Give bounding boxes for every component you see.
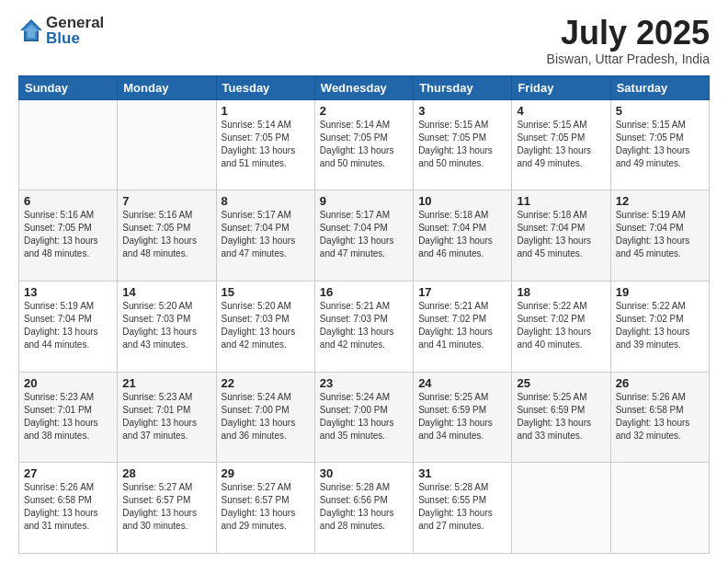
day-info: Sunrise: 5:25 AM Sunset: 6:59 PM Dayligh… (517, 391, 605, 442)
day-number: 20 (24, 376, 112, 390)
calendar-cell: 2Sunrise: 5:14 AM Sunset: 7:05 PM Daylig… (314, 99, 413, 190)
day-number: 10 (418, 194, 506, 208)
calendar-cell: 20Sunrise: 5:23 AM Sunset: 7:01 PM Dayli… (19, 372, 118, 463)
day-number: 30 (320, 466, 408, 480)
calendar-cell: 6Sunrise: 5:16 AM Sunset: 7:05 PM Daylig… (19, 190, 118, 282)
calendar-cell: 26Sunrise: 5:26 AM Sunset: 6:58 PM Dayli… (610, 372, 709, 463)
day-number: 23 (320, 376, 408, 390)
calendar-table: SundayMondayTuesdayWednesdayThursdayFrid… (18, 75, 710, 554)
day-info: Sunrise: 5:15 AM Sunset: 7:05 PM Dayligh… (616, 119, 704, 170)
day-number: 31 (418, 466, 506, 480)
calendar-cell: 10Sunrise: 5:18 AM Sunset: 7:04 PM Dayli… (414, 190, 512, 282)
calendar-cell: 19Sunrise: 5:22 AM Sunset: 7:02 PM Dayli… (610, 281, 709, 372)
day-number: 12 (616, 194, 704, 208)
day-number: 18 (517, 285, 605, 299)
day-info: Sunrise: 5:27 AM Sunset: 6:57 PM Dayligh… (222, 481, 310, 533)
day-number: 17 (418, 285, 506, 299)
calendar-cell: 14Sunrise: 5:20 AM Sunset: 7:03 PM Dayli… (118, 281, 216, 372)
day-info: Sunrise: 5:20 AM Sunset: 7:03 PM Dayligh… (222, 300, 310, 351)
calendar-cell: 24Sunrise: 5:25 AM Sunset: 6:59 PM Dayli… (414, 372, 512, 463)
day-info: Sunrise: 5:16 AM Sunset: 7:05 PM Dayligh… (24, 209, 112, 260)
day-info: Sunrise: 5:17 AM Sunset: 7:04 PM Dayligh… (320, 209, 408, 260)
day-info: Sunrise: 5:15 AM Sunset: 7:05 PM Dayligh… (517, 119, 605, 170)
day-number: 8 (222, 194, 310, 208)
day-info: Sunrise: 5:25 AM Sunset: 6:59 PM Dayligh… (418, 391, 506, 442)
col-header-sunday: Sunday (19, 75, 118, 99)
calendar-cell: 23Sunrise: 5:24 AM Sunset: 7:00 PM Dayli… (314, 372, 413, 463)
day-info: Sunrise: 5:27 AM Sunset: 6:57 PM Dayligh… (122, 481, 210, 533)
day-number: 2 (320, 104, 408, 118)
day-info: Sunrise: 5:19 AM Sunset: 7:04 PM Dayligh… (616, 209, 704, 260)
calendar-week-row: 1Sunrise: 5:14 AM Sunset: 7:05 PM Daylig… (19, 99, 710, 190)
day-info: Sunrise: 5:23 AM Sunset: 7:01 PM Dayligh… (122, 391, 210, 442)
day-info: Sunrise: 5:23 AM Sunset: 7:01 PM Dayligh… (24, 391, 112, 442)
calendar-cell: 13Sunrise: 5:19 AM Sunset: 7:04 PM Dayli… (19, 281, 118, 372)
day-number: 21 (122, 376, 210, 390)
col-header-friday: Friday (512, 75, 610, 99)
day-number: 22 (222, 376, 310, 390)
day-info: Sunrise: 5:22 AM Sunset: 7:02 PM Dayligh… (517, 300, 605, 351)
day-number: 13 (24, 285, 112, 299)
day-info: Sunrise: 5:20 AM Sunset: 7:03 PM Dayligh… (122, 300, 210, 351)
day-number: 16 (320, 285, 408, 299)
calendar-cell: 9Sunrise: 5:17 AM Sunset: 7:04 PM Daylig… (314, 190, 413, 282)
page: General Blue July 2025 Biswan, Uttar Pra… (0, 0, 728, 563)
calendar-cell: 21Sunrise: 5:23 AM Sunset: 7:01 PM Dayli… (118, 372, 216, 463)
calendar-cell: 17Sunrise: 5:21 AM Sunset: 7:02 PM Dayli… (414, 281, 512, 372)
calendar-cell: 11Sunrise: 5:18 AM Sunset: 7:04 PM Dayli… (512, 190, 610, 282)
col-header-thursday: Thursday (414, 75, 512, 99)
calendar-cell (512, 463, 610, 554)
day-info: Sunrise: 5:26 AM Sunset: 6:58 PM Dayligh… (616, 391, 704, 442)
day-number: 5 (616, 104, 704, 118)
month-title: July 2025 (547, 15, 710, 52)
day-info: Sunrise: 5:28 AM Sunset: 6:55 PM Dayligh… (418, 481, 506, 533)
day-info: Sunrise: 5:24 AM Sunset: 7:00 PM Dayligh… (320, 391, 408, 442)
day-info: Sunrise: 5:18 AM Sunset: 7:04 PM Dayligh… (517, 209, 605, 260)
day-info: Sunrise: 5:19 AM Sunset: 7:04 PM Dayligh… (24, 300, 112, 351)
calendar-cell: 30Sunrise: 5:28 AM Sunset: 6:56 PM Dayli… (314, 463, 413, 554)
day-number: 1 (222, 104, 310, 118)
day-number: 24 (418, 376, 506, 390)
day-info: Sunrise: 5:16 AM Sunset: 7:05 PM Dayligh… (122, 209, 210, 260)
calendar-cell: 16Sunrise: 5:21 AM Sunset: 7:03 PM Dayli… (314, 281, 413, 372)
header: General Blue July 2025 Biswan, Uttar Pra… (18, 15, 710, 66)
calendar-cell: 27Sunrise: 5:26 AM Sunset: 6:58 PM Dayli… (19, 463, 118, 554)
col-header-tuesday: Tuesday (216, 75, 314, 99)
calendar-cell: 25Sunrise: 5:25 AM Sunset: 6:59 PM Dayli… (512, 372, 610, 463)
day-info: Sunrise: 5:26 AM Sunset: 6:58 PM Dayligh… (24, 481, 112, 533)
calendar-cell: 31Sunrise: 5:28 AM Sunset: 6:55 PM Dayli… (414, 463, 512, 554)
day-info: Sunrise: 5:24 AM Sunset: 7:00 PM Dayligh… (222, 391, 310, 442)
calendar-cell: 3Sunrise: 5:15 AM Sunset: 7:05 PM Daylig… (414, 99, 512, 190)
location: Biswan, Uttar Pradesh, India (547, 52, 710, 66)
day-info: Sunrise: 5:22 AM Sunset: 7:02 PM Dayligh… (616, 300, 704, 351)
logo-general-text: General (46, 15, 104, 30)
calendar-week-row: 13Sunrise: 5:19 AM Sunset: 7:04 PM Dayli… (19, 281, 710, 372)
logo-blue-text: Blue (46, 30, 104, 46)
day-number: 4 (517, 104, 605, 118)
day-info: Sunrise: 5:18 AM Sunset: 7:04 PM Dayligh… (418, 209, 506, 260)
day-number: 27 (24, 466, 112, 480)
calendar-week-row: 6Sunrise: 5:16 AM Sunset: 7:05 PM Daylig… (19, 190, 710, 282)
day-number: 26 (616, 376, 704, 390)
day-number: 11 (517, 194, 605, 208)
day-number: 9 (320, 194, 408, 208)
calendar-cell: 12Sunrise: 5:19 AM Sunset: 7:04 PM Dayli… (610, 190, 709, 282)
title-section: July 2025 Biswan, Uttar Pradesh, India (547, 15, 710, 66)
calendar-cell: 5Sunrise: 5:15 AM Sunset: 7:05 PM Daylig… (610, 99, 709, 190)
calendar-cell: 8Sunrise: 5:17 AM Sunset: 7:04 PM Daylig… (216, 190, 314, 282)
day-number: 29 (222, 466, 310, 480)
day-number: 3 (418, 104, 506, 118)
day-info: Sunrise: 5:17 AM Sunset: 7:04 PM Dayligh… (222, 209, 310, 260)
day-number: 14 (122, 285, 210, 299)
logo-text: General Blue (46, 15, 104, 46)
calendar-cell: 4Sunrise: 5:15 AM Sunset: 7:05 PM Daylig… (512, 99, 610, 190)
calendar-cell (118, 99, 216, 190)
day-info: Sunrise: 5:21 AM Sunset: 7:03 PM Dayligh… (320, 300, 408, 351)
calendar-cell: 18Sunrise: 5:22 AM Sunset: 7:02 PM Dayli… (512, 281, 610, 372)
calendar-week-row: 20Sunrise: 5:23 AM Sunset: 7:01 PM Dayli… (19, 372, 710, 463)
calendar-cell (610, 463, 709, 554)
day-number: 6 (24, 194, 112, 208)
day-number: 25 (517, 376, 605, 390)
col-header-monday: Monday (118, 75, 216, 99)
day-number: 28 (122, 466, 210, 480)
